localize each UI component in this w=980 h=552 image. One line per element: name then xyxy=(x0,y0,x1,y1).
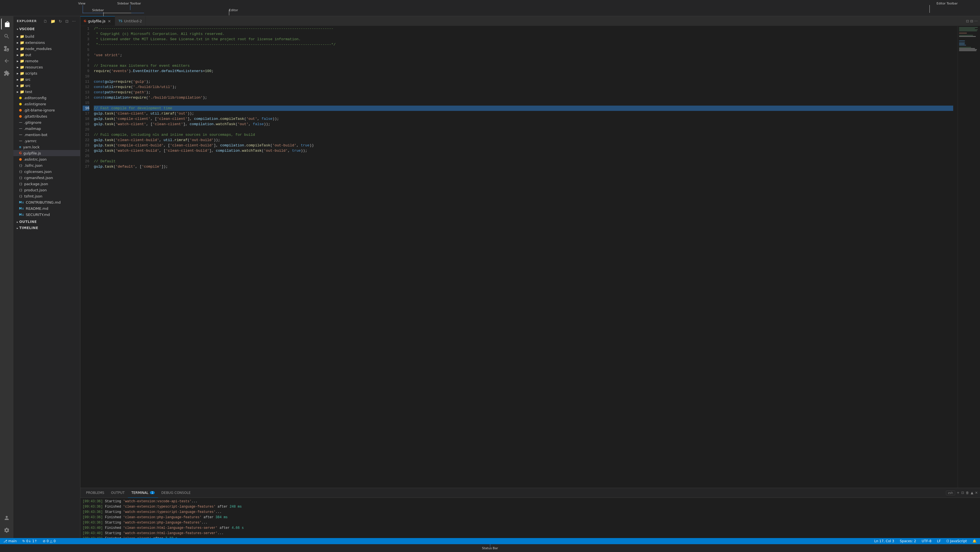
file-eslintrc[interactable]: ● .eslintrc.json xyxy=(13,156,80,162)
file-package[interactable]: {} package.json xyxy=(13,181,80,187)
errors-status-item[interactable]: ⊘ 0 △ 0 xyxy=(41,538,57,544)
chevron-right-icon: ▸ xyxy=(17,47,19,51)
split-terminal-button[interactable]: ⊡ xyxy=(961,491,964,495)
terminal-line-3: [09:43:36] Starting 'watch-extension:typ… xyxy=(83,509,978,515)
run-debug-icon[interactable] xyxy=(1,55,12,67)
folder-scripts[interactable]: ▸ 📁 scripts xyxy=(13,70,80,76)
folder-label-remote: remote xyxy=(25,59,38,63)
editor-toolbar-right: ⊡ ⊟ ··· xyxy=(966,19,980,23)
close-panel-button[interactable]: ✕ xyxy=(975,491,978,495)
more-actions-button[interactable]: ··· xyxy=(71,18,77,24)
line-ending-status-item[interactable]: LF xyxy=(936,538,942,544)
file-editorconfig[interactable]: ● .editorconfig xyxy=(13,95,80,101)
file-cglicenses[interactable]: {} cglicenses.json xyxy=(13,168,80,175)
panel-content[interactable]: [09:43:36] Starting 'watch-extension:vsc… xyxy=(80,498,980,538)
chevron-right-icon: ▸ xyxy=(17,34,19,38)
file-readme[interactable]: M↓ README.md xyxy=(13,205,80,211)
cglicenses-icon: {} xyxy=(19,170,22,173)
extensions-icon[interactable] xyxy=(1,68,12,79)
file-git-blame-ignore[interactable]: ● .git-blame-ignore xyxy=(13,107,80,113)
file-tsfmt[interactable]: {} tsfmt.json xyxy=(13,193,80,199)
file-yarnrc[interactable]: — .yarnrc xyxy=(13,138,80,144)
tab-debug-console[interactable]: DEBUG CONSOLE xyxy=(158,488,194,498)
status-bar: ⎇ main ↻ 0↓ 1↑ ⊘ 0 △ 0 Ln 17, Col 3 Spac… xyxy=(0,538,980,544)
language-status-item[interactable]: () JavaScript xyxy=(945,538,968,544)
folder-node-modules[interactable]: ▸ 📁 node_modules xyxy=(13,46,80,52)
tab-terminal[interactable]: TERMINAL 1 xyxy=(128,488,158,498)
tab-close-gulpfile[interactable]: ✕ xyxy=(107,19,112,24)
files-icon[interactable] xyxy=(1,18,12,30)
new-file-button[interactable]: 🗋 xyxy=(42,18,48,24)
file-mailmap[interactable]: — .mailmap xyxy=(13,125,80,132)
editor-content[interactable]: 1 2 3 4 5 6 7 8 9 10 11 12 13 14 xyxy=(80,26,958,488)
sync-status-item[interactable]: ↻ 0↓ 1↑ xyxy=(21,538,38,544)
tab-problems[interactable]: PROBLEMS xyxy=(83,488,108,498)
file-mention-bot[interactable]: — .mention-bot xyxy=(13,132,80,138)
file-label-eslintrc: .eslintrc.json xyxy=(24,157,46,161)
lsifrc-icon: {} xyxy=(19,164,22,167)
view-annotation: View xyxy=(78,2,86,5)
file-gitignore[interactable]: — .gitignore xyxy=(13,119,80,125)
code-line-7 xyxy=(94,58,953,63)
new-terminal-button[interactable]: + xyxy=(957,491,959,495)
branch-status-item[interactable]: ⎇ main xyxy=(2,538,18,544)
minimap-line-2 xyxy=(959,28,975,29)
folder-src-1[interactable]: ▸ 📁 src xyxy=(13,76,80,82)
code-line-24: gulp.task('watch-client-build', ['clean-… xyxy=(94,148,953,153)
file-gitattributes[interactable]: ● .gitattributes xyxy=(13,113,80,119)
file-lsifrc[interactable]: {} .lsifrc.json xyxy=(13,162,80,168)
file-contributing[interactable]: M↓ CONTRIBUTING.md xyxy=(13,199,80,205)
timeline-section-header[interactable]: ▸ TIMELINE xyxy=(13,225,80,231)
refresh-button[interactable]: ↻ xyxy=(57,18,63,24)
minimap-line-3 xyxy=(959,29,978,30)
code-content[interactable]: /*--------------------------------------… xyxy=(94,26,958,488)
ts-7: [09:43:40] xyxy=(83,531,103,536)
eslintignore-icon: ● xyxy=(19,102,22,106)
top-annotation-area: View Sidebar Toolbar Sidebar Editor Edit… xyxy=(0,0,980,16)
tab-gulpfile[interactable]: G gulpfile.js ✕ xyxy=(80,16,115,26)
more-actions-editor-button[interactable]: ⊟ xyxy=(970,19,973,23)
minimap-line-14 xyxy=(959,45,966,46)
vscode-section-header[interactable]: ▾ VSCODE xyxy=(13,26,80,32)
folder-test[interactable]: ▸ 📁 test xyxy=(13,89,80,95)
maximize-panel-button[interactable]: ▲ xyxy=(971,491,973,495)
collapse-button[interactable]: ⊡ xyxy=(64,18,70,24)
source-control-icon[interactable] xyxy=(1,43,12,54)
terminal-badge: 1 xyxy=(150,491,154,494)
folder-build[interactable]: ▸ 📁 build xyxy=(13,33,80,39)
code-line-6: 'use strict'; xyxy=(94,53,953,58)
status-bar-left: ⎇ main ↻ 0↓ 1↑ ⊘ 0 △ 0 xyxy=(2,538,57,544)
gitattributes-icon: ● xyxy=(19,114,22,118)
tab-output[interactable]: OUTPUT xyxy=(108,488,128,498)
minimap-line-4 xyxy=(959,30,977,31)
editor-overflow-button[interactable]: ··· xyxy=(974,19,978,23)
accounts-icon[interactable] xyxy=(1,512,12,523)
cgmanifest-icon: {} xyxy=(19,176,22,179)
split-editor-button[interactable]: ⊡ xyxy=(966,19,969,23)
ln-7: 7 xyxy=(83,58,89,63)
spaces-status-item[interactable]: Spaces: 2 xyxy=(899,538,917,544)
sidebar-header: EXPLORER 🗋 📁 ↻ ⊡ ··· xyxy=(13,16,80,26)
outline-section-header[interactable]: ▸ OUTLINE xyxy=(13,219,80,225)
new-folder-button[interactable]: 📁 xyxy=(49,18,56,24)
file-gulpfile[interactable]: G gulpfile.js xyxy=(13,150,80,156)
file-eslintignore[interactable]: ● .eslintignore xyxy=(13,101,80,107)
tab-untitled[interactable]: TS Untitled-2 xyxy=(115,16,145,26)
folder-src-2[interactable]: ▸ 📁 src xyxy=(13,82,80,89)
file-cgmanifest[interactable]: {} cgmanifest.json xyxy=(13,175,80,181)
encoding-status-item[interactable]: UTF-8 xyxy=(921,538,932,544)
file-yarn-lock[interactable]: ≡ yarn.lock xyxy=(13,144,80,150)
settings-icon[interactable] xyxy=(1,525,12,536)
file-security[interactable]: M↓ SECURITY.md xyxy=(13,211,80,218)
file-product[interactable]: {} product.json xyxy=(13,187,80,193)
search-icon[interactable] xyxy=(1,31,12,42)
ln-col-status-item[interactable]: Ln 17, Col 3 xyxy=(873,538,896,544)
folder-resources[interactable]: ▸ 📁 resources xyxy=(13,64,80,70)
notifications-status-item[interactable]: 🔔 xyxy=(971,538,978,544)
kill-terminal-button[interactable]: 🗑 xyxy=(966,491,969,495)
ln-3: 3 xyxy=(83,37,89,42)
code-line-1: /*--------------------------------------… xyxy=(94,26,953,31)
folder-extensions[interactable]: ▸ 📁 extensions xyxy=(13,39,80,46)
folder-out[interactable]: ▸ 📁 out xyxy=(13,52,80,58)
folder-remote[interactable]: ▸ 📁 remote xyxy=(13,58,80,64)
